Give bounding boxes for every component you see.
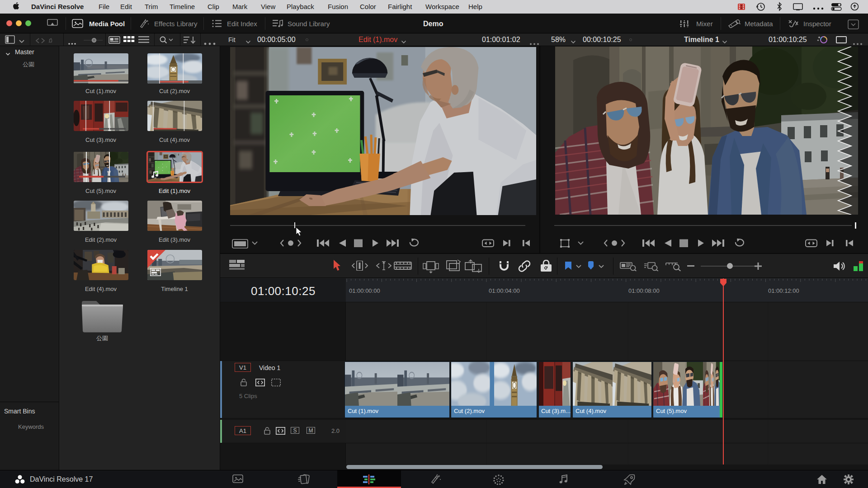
- svg-text:01:00:08:00: 01:00:08:00: [628, 287, 660, 294]
- svg-text:01:00:00:00: 01:00:00:00: [349, 287, 380, 294]
- svg-text:01:00:04:00: 01:00:04:00: [489, 287, 520, 294]
- svg-text:01:00:12:00: 01:00:12:00: [768, 287, 799, 294]
